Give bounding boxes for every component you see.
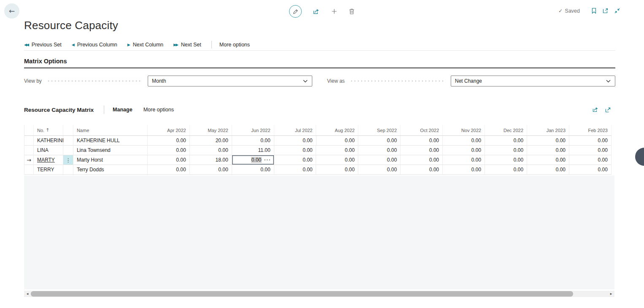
name-cell[interactable]: Marty Horst (73, 155, 148, 165)
no-cell[interactable]: LINA (34, 146, 63, 155)
value-cell[interactable]: 0.00 (485, 136, 527, 146)
scroll-left-arrow[interactable]: ◂ (24, 291, 31, 297)
value-cell[interactable]: 0.00 (569, 146, 612, 155)
view-as-select[interactable]: Net Change (451, 76, 615, 86)
share-button[interactable] (313, 8, 320, 15)
collapse-page-button[interactable] (614, 8, 620, 14)
value-cell[interactable]: 0.00 (569, 155, 612, 165)
value-cell[interactable]: 0.00 (148, 155, 190, 165)
scrollbar-track[interactable] (31, 291, 608, 297)
value-cell[interactable]: 20.00 (190, 136, 232, 146)
plus-icon (331, 8, 338, 15)
value-cell[interactable]: 0.00 (316, 165, 358, 175)
value-cell[interactable]: 0.00 (400, 146, 443, 155)
previous-set-button[interactable]: ◀◀ Previous Set (24, 42, 62, 48)
value-cell[interactable]: 11.00 (232, 146, 274, 155)
row-menu-cell[interactable]: ⋮ (63, 155, 73, 165)
next-column-label: Next Column (133, 42, 163, 48)
value-cell[interactable]: 0.00 (358, 136, 400, 146)
side-panel-button[interactable] (635, 148, 644, 166)
value-cell[interactable]: 0.00 (569, 165, 612, 175)
column-header-name[interactable]: Name (73, 125, 148, 135)
row-selector-cell[interactable] (24, 165, 34, 175)
value-cell[interactable]: 0.00 (400, 136, 443, 146)
matrix-share-button[interactable] (592, 106, 599, 113)
value-cell[interactable]: 0.00 (443, 165, 485, 175)
value-cell[interactable]: 0.00 (317, 136, 359, 146)
matrix-row[interactable]: LINALina Townsend0.000.0011.000.000.000.… (24, 146, 612, 155)
share-icon (592, 106, 599, 113)
focus-mode-button[interactable] (605, 107, 611, 113)
value-cell[interactable]: 0.00 (400, 165, 443, 175)
matrix-row[interactable]: →MARTY⋮Marty Horst0.0018.000.00···0.000.… (24, 155, 612, 165)
bookmark-button[interactable] (591, 8, 597, 14)
row-selector-cell[interactable] (24, 146, 34, 155)
no-cell[interactable]: TERRY (34, 165, 63, 175)
matrix-header-divider (104, 105, 104, 114)
row-menu-cell[interactable] (63, 165, 73, 175)
value-cell[interactable]: 0.00 (274, 136, 317, 146)
next-set-button[interactable]: ▶▶ Next Set (173, 42, 201, 48)
value-cell[interactable]: 0.00 (400, 155, 443, 165)
new-button[interactable] (331, 8, 338, 15)
matrix-more-options-button[interactable]: More options (143, 107, 174, 113)
value-cell[interactable]: 0.00 (274, 146, 317, 155)
view-by-select[interactable]: Month (148, 76, 312, 86)
value-cell[interactable]: 18.00 (190, 155, 232, 165)
manage-menu-button[interactable]: Manage (113, 107, 133, 113)
focused-value-cell[interactable]: 0.00··· (232, 155, 274, 165)
value-cell[interactable]: 0.00 (358, 155, 400, 165)
name-cell[interactable]: KATHERINE HULL (73, 136, 148, 146)
value-cell[interactable]: 0.00 (274, 165, 317, 175)
expand-icon (605, 107, 611, 113)
view-by-field: View by Month (24, 76, 312, 86)
matrix-row[interactable]: TERRYTerry Dodds0.000.000.000.000.000.00… (24, 165, 612, 175)
value-cell[interactable]: 0.00 (274, 155, 317, 165)
value-cell[interactable]: 0.00 (232, 165, 274, 175)
value-cell[interactable]: 0.00 (358, 146, 400, 155)
row-selector-cell[interactable] (24, 136, 34, 146)
next-column-button[interactable]: ▶ Next Column (127, 42, 163, 48)
value-cell[interactable]: 0.00 (527, 146, 569, 155)
name-cell[interactable]: Lina Townsend (73, 146, 148, 155)
value-cell[interactable]: 0.00 (148, 165, 190, 175)
value-cell[interactable]: 0.00 (148, 146, 190, 155)
save-status-label: Saved (565, 8, 580, 14)
more-options-button[interactable]: More options (219, 42, 250, 48)
value-cell[interactable]: 0.00 (527, 165, 569, 175)
assist-edit-ellipsis[interactable]: ··· (264, 157, 271, 163)
no-cell[interactable]: MARTY (34, 155, 63, 165)
edit-mode-button[interactable] (289, 5, 302, 18)
previous-column-button[interactable]: ◀ Previous Column (72, 42, 117, 48)
matrix-row[interactable]: KATHERINEKATHERINE HULL0.0020.000.000.00… (24, 136, 612, 146)
scrollbar-thumb[interactable] (31, 291, 573, 297)
value-cell[interactable]: 0.00 (527, 155, 569, 165)
value-cell[interactable]: 0.00 (190, 146, 232, 155)
value-cell[interactable]: 0.00 (569, 136, 612, 146)
value-cell[interactable]: 0.00 (485, 165, 527, 175)
value-cell[interactable]: 0.00 (190, 165, 232, 175)
value-cell[interactable]: 0.00 (527, 136, 569, 146)
value-cell[interactable]: 0.00 (443, 136, 485, 146)
value-cell[interactable]: 0.00 (316, 146, 358, 155)
value-cell[interactable]: 0.00 (358, 165, 400, 175)
value-cell[interactable]: 0.00 (148, 136, 190, 146)
no-cell[interactable]: KATHERINE (34, 136, 63, 146)
row-menu-cell[interactable] (63, 136, 73, 146)
name-cell[interactable]: Terry Dodds (73, 165, 148, 175)
open-in-new-window-button[interactable] (602, 8, 609, 14)
column-header-month: Feb 2023 (569, 125, 612, 135)
column-header-month: Nov 2022 (443, 125, 485, 135)
value-cell[interactable]: 0.00 (485, 155, 527, 165)
value-cell[interactable]: 0.00 (316, 155, 358, 165)
column-header-no[interactable]: No. ↑ (34, 125, 63, 135)
delete-button[interactable] (349, 8, 355, 15)
value-cell[interactable]: 0.00 (443, 146, 485, 155)
value-cell[interactable]: 0.00 (232, 136, 274, 146)
horizontal-scrollbar[interactable]: ◂ ▸ (24, 291, 614, 297)
value-cell[interactable]: 0.00 (443, 155, 485, 165)
row-menu-cell[interactable] (63, 146, 73, 155)
scroll-right-arrow[interactable]: ▸ (608, 291, 614, 297)
row-selector-cell[interactable]: → (24, 155, 34, 165)
value-cell[interactable]: 0.00 (485, 146, 527, 155)
